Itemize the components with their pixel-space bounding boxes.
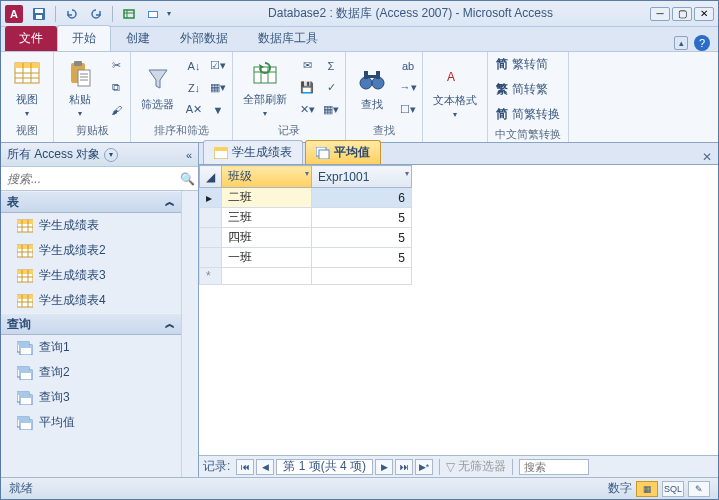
qat-btn-2[interactable] bbox=[143, 5, 163, 23]
ribbon: 视图 ▾ 视图 粘贴 ▾ ✂ ⧉ 🖌 剪贴板 bbox=[1, 51, 718, 143]
trad-to-simp-button[interactable]: 简繁转简 bbox=[492, 54, 564, 75]
datasheet-view[interactable]: ◢ 班级▾ Expr1001▾ ▸二班6 三班5 四班5 一班5 * bbox=[199, 165, 718, 455]
column-header[interactable]: Expr1001▾ bbox=[312, 166, 412, 188]
sort-desc-icon[interactable]: Z↓ bbox=[184, 78, 204, 98]
svg-rect-40 bbox=[17, 417, 29, 420]
navigation-pane: 所有 Access 对象 ▾ « 🔍 表 ︽ 学生成绩表 学生成绩表2 bbox=[1, 143, 199, 477]
nav-filter-dropdown-icon[interactable]: ▾ bbox=[104, 148, 118, 162]
first-record-button[interactable]: ⏮ bbox=[236, 459, 254, 475]
prev-record-button[interactable]: ◀ bbox=[256, 459, 274, 475]
nav-table-item[interactable]: 学生成绩表4 bbox=[1, 288, 181, 313]
nav-query-item[interactable]: 平均值 bbox=[1, 410, 181, 435]
svg-rect-41 bbox=[20, 420, 32, 423]
spelling-icon[interactable]: ✓ bbox=[321, 78, 341, 98]
format-painter-icon[interactable]: 🖌 bbox=[106, 100, 126, 120]
chevron-down-icon: ▾ bbox=[25, 109, 29, 118]
design-view-button[interactable]: ✎ bbox=[688, 481, 710, 497]
maximize-button[interactable]: ▢ bbox=[672, 7, 692, 21]
tab-database-tools[interactable]: 数据库工具 bbox=[243, 25, 333, 51]
close-button[interactable]: ✕ bbox=[694, 7, 714, 21]
doc-tab-query[interactable]: 平均值 bbox=[305, 140, 381, 164]
svg-rect-33 bbox=[20, 370, 32, 373]
svg-rect-10 bbox=[78, 70, 90, 86]
nav-search-input[interactable] bbox=[1, 167, 176, 190]
next-record-button[interactable]: ▶ bbox=[375, 459, 393, 475]
totals-icon[interactable]: Σ bbox=[321, 56, 341, 76]
clear-sort-icon[interactable]: A✕ bbox=[184, 100, 204, 120]
redo-icon[interactable] bbox=[86, 5, 106, 23]
select-all-cell[interactable]: ◢ bbox=[200, 166, 222, 188]
nav-table-item[interactable]: 学生成绩表3 bbox=[1, 263, 181, 288]
select-icon[interactable]: ☐▾ bbox=[398, 100, 418, 120]
table-row[interactable]: 三班5 bbox=[200, 208, 412, 228]
row-selector[interactable] bbox=[200, 208, 222, 228]
tab-home[interactable]: 开始 bbox=[57, 25, 111, 51]
qat-btn-1[interactable] bbox=[119, 5, 139, 23]
selection-filter-icon[interactable]: ☑▾ bbox=[208, 56, 228, 76]
refresh-all-button[interactable]: 全部刷新 ▾ bbox=[237, 56, 293, 120]
doc-close-icon[interactable]: ✕ bbox=[696, 150, 718, 164]
row-selector[interactable] bbox=[200, 248, 222, 268]
query-icon bbox=[316, 147, 330, 159]
paste-button[interactable]: 粘贴 ▾ bbox=[58, 56, 102, 120]
nav-query-item[interactable]: 查询2 bbox=[1, 360, 181, 385]
cut-icon[interactable]: ✂ bbox=[106, 56, 126, 76]
record-position-box[interactable]: 第 1 项(共 4 项) bbox=[276, 459, 373, 475]
nav-group-tables-header[interactable]: 表 ︽ bbox=[1, 191, 181, 213]
datasheet-view-button[interactable]: ▦ bbox=[636, 481, 658, 497]
search-icon[interactable]: 🔍 bbox=[176, 167, 198, 190]
query-icon bbox=[17, 366, 33, 380]
file-tab[interactable]: 文件 bbox=[5, 26, 57, 51]
row-selector[interactable]: * bbox=[200, 268, 222, 285]
undo-icon[interactable] bbox=[62, 5, 82, 23]
svg-rect-23 bbox=[17, 270, 33, 274]
advanced-filter-icon[interactable]: ▦▾ bbox=[208, 78, 228, 98]
nav-collapse-icon[interactable]: « bbox=[186, 149, 192, 161]
chevron-down-icon: ▾ bbox=[263, 109, 267, 118]
column-header[interactable]: 班级▾ bbox=[222, 166, 312, 188]
save-record-icon[interactable]: 💾 bbox=[297, 78, 317, 98]
copy-icon[interactable]: ⧉ bbox=[106, 78, 126, 98]
nav-table-item[interactable]: 学生成绩表2 bbox=[1, 238, 181, 263]
row-selector[interactable]: ▸ bbox=[200, 188, 222, 208]
toggle-filter-icon[interactable]: ▼ bbox=[208, 100, 228, 120]
record-search-input[interactable] bbox=[519, 459, 589, 475]
sort-asc-icon[interactable]: A↓ bbox=[184, 56, 204, 76]
new-record-row[interactable]: * bbox=[200, 268, 412, 285]
sql-view-button[interactable]: SQL bbox=[662, 481, 684, 497]
tab-create[interactable]: 创建 bbox=[111, 25, 165, 51]
save-icon[interactable] bbox=[29, 5, 49, 23]
help-icon[interactable]: ? bbox=[694, 35, 710, 51]
chinese-convert-button[interactable]: 简简繁转换 bbox=[492, 104, 564, 125]
nav-table-item[interactable]: 学生成绩表 bbox=[1, 213, 181, 238]
view-button[interactable]: 视图 ▾ bbox=[5, 56, 49, 120]
new-record-icon[interactable]: ✉ bbox=[297, 56, 317, 76]
minimize-button[interactable]: ─ bbox=[650, 7, 670, 21]
ribbon-minimize-icon[interactable]: ▴ bbox=[674, 36, 688, 50]
find-button[interactable]: 查找 bbox=[350, 61, 394, 114]
table-row[interactable]: ▸二班6 bbox=[200, 188, 412, 208]
table-row[interactable]: 一班5 bbox=[200, 248, 412, 268]
group-find: 查找 ab →▾ ☐▾ 查找 bbox=[346, 52, 423, 142]
text-format-button[interactable]: A 文本格式 ▾ bbox=[427, 57, 483, 121]
nav-query-item[interactable]: 查询1 bbox=[1, 335, 181, 360]
new-record-button[interactable]: ▶* bbox=[415, 459, 433, 475]
nav-pane-header[interactable]: 所有 Access 对象 ▾ « bbox=[1, 143, 198, 167]
goto-icon[interactable]: →▾ bbox=[398, 78, 418, 98]
column-dropdown-icon[interactable]: ▾ bbox=[405, 169, 409, 178]
filter-button[interactable]: 筛选器 bbox=[135, 61, 180, 114]
nav-query-item[interactable]: 查询3 bbox=[1, 385, 181, 410]
replace-icon[interactable]: ab bbox=[398, 56, 418, 76]
doc-tab-table[interactable]: 学生成绩表 bbox=[203, 140, 303, 164]
tab-external-data[interactable]: 外部数据 bbox=[165, 25, 243, 51]
nav-group-queries-header[interactable]: 查询 ︽ bbox=[1, 313, 181, 335]
delete-record-icon[interactable]: ✕▾ bbox=[297, 100, 317, 120]
simp-to-trad-button[interactable]: 繁简转繁 bbox=[492, 79, 564, 100]
row-selector[interactable] bbox=[200, 228, 222, 248]
table-row[interactable]: 四班5 bbox=[200, 228, 412, 248]
column-dropdown-icon[interactable]: ▾ bbox=[305, 169, 309, 178]
more-records-icon[interactable]: ▦▾ bbox=[321, 100, 341, 120]
svg-rect-37 bbox=[20, 395, 32, 398]
nav-scrollbar[interactable] bbox=[181, 191, 198, 477]
last-record-button[interactable]: ⏭ bbox=[395, 459, 413, 475]
